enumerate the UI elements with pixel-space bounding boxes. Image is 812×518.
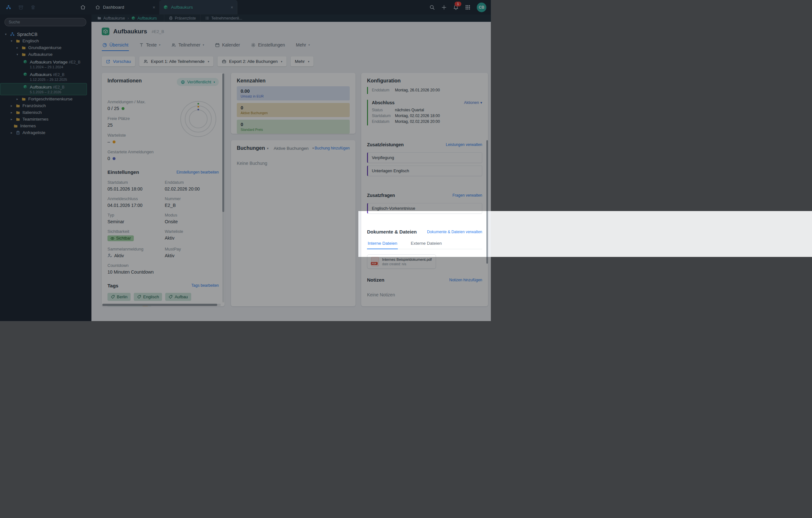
sidebar-item-italienisch[interactable]: ▸ Italienisch — [0, 109, 91, 116]
stat-label: Gestartete Anmeldungen — [108, 149, 173, 154]
chevron-right-icon[interactable]: ▸ — [16, 46, 19, 50]
sidebar-item-anfrageliste[interactable]: ▸ Anfrageliste — [0, 129, 91, 136]
mehr-label: Mehr — [295, 59, 305, 64]
archive-icon[interactable] — [18, 5, 23, 10]
chevron-right-icon[interactable]: ▸ — [10, 104, 13, 108]
notifications-button[interactable]: 1 — [453, 4, 459, 10]
sidebar-item-franzoesisch[interactable]: ▸ Französisch — [0, 102, 91, 109]
tab-aufbaukurs[interactable]: Aufbaukurs × — [160, 0, 237, 14]
sidebar-item-grundlagenkurse[interactable]: ▸ Grundlagenkurse — [0, 44, 91, 51]
sidebar-item-englisch[interactable]: ▾ Englisch — [0, 37, 91, 44]
tab-label: Kalender — [222, 42, 240, 48]
folder-icon — [22, 52, 26, 57]
konfiguration-item-abschluss: Abschluss Aktionen ▾ Statusnächstes Quar… — [367, 100, 482, 125]
caret-down-icon[interactable]: ▾ — [267, 147, 268, 150]
einstellungen-bearbeiten-link[interactable]: Einstellungen bearbeiten — [176, 170, 219, 175]
sidebar-item-aufbaukurse[interactable]: ▾ Aufbaukurse — [0, 51, 91, 58]
konfiguration-scrollbar-thumb[interactable] — [486, 140, 488, 264]
tab-texte[interactable]: Texte ▾ — [139, 41, 161, 51]
leistung-item[interactable]: Unterlagen Englisch — [367, 165, 482, 176]
avatar[interactable]: CB — [477, 3, 486, 12]
vorschau-button[interactable]: Vorschau — [102, 56, 135, 66]
tab-einstellungen[interactable]: Einstellungen — [250, 41, 286, 51]
file-text: Internes Beispieldokument.pdf date creat… — [382, 257, 432, 266]
apps-grid-icon[interactable] — [465, 4, 471, 10]
chevron-right-icon[interactable]: ▸ — [10, 131, 13, 134]
trash-icon[interactable] — [30, 5, 36, 10]
chevron-right-icon[interactable]: ▸ — [10, 117, 13, 121]
status-dropdown[interactable]: Veröffentlicht ▾ — [177, 78, 219, 86]
caret-down-icon[interactable]: ▾ — [4, 32, 8, 36]
scrollbar-thumb[interactable] — [222, 73, 224, 212]
tab-kalender[interactable]: Kalender — [214, 41, 241, 51]
calendar-icon — [215, 43, 220, 48]
scrollbar-thumb[interactable] — [102, 304, 217, 306]
tag-chip[interactable]: Aufbau — [165, 293, 191, 301]
field-label: Sammelanmeldung — [108, 247, 162, 251]
leistungen-verwalten-link[interactable]: Leistungen verwalten — [446, 143, 482, 147]
tab-dashboard[interactable]: Dashboard × — [91, 0, 160, 14]
tab-interne-dateien[interactable]: Interne Dateien — [367, 238, 398, 249]
view-praesenzliste[interactable]: Präsenzliste — [164, 14, 200, 22]
folder-icon — [16, 103, 20, 108]
buchung-hinzufuegen-link[interactable]: Buchung hinzufügen — [315, 146, 350, 150]
export1-button[interactable]: Export 1: Alle Teilnehmende ▾ — [139, 56, 213, 66]
course-text: Aufbaukurs #E2_B 1.12.2025 – 29.12.2025 — [30, 71, 67, 82]
export2-button[interactable]: Export 2: Alle Buchungen ▾ — [218, 56, 287, 66]
breadcrumb-folder[interactable]: Aufbaukurse — [95, 16, 127, 21]
stat-label: Warteliste — [108, 133, 173, 138]
caret-down-icon: ▾ — [480, 100, 482, 105]
sidebar-item-teaminternes[interactable]: ▸ Teaminternes — [0, 116, 91, 123]
sidebar-course-2026-selected[interactable]: Aufbaukurs #E2_B 5.1.2026 – 2.2.2026 — [0, 83, 87, 95]
sidebar-item-fortgeschrittenenkurse[interactable]: ▸ Fortgeschrittenenkurse — [0, 96, 91, 102]
tab-uebersicht[interactable]: Übersicht — [102, 41, 129, 51]
informationen-horizontal-scrollbar[interactable] — [102, 304, 221, 306]
chevron-right-icon[interactable]: ▸ — [16, 97, 19, 101]
caret-down-icon[interactable]: ▾ — [10, 39, 13, 43]
field-label: Enddatum — [165, 180, 219, 185]
breadcrumb-views: Präsenzliste Teilnehmendenli... — [164, 14, 247, 22]
close-icon[interactable]: × — [153, 5, 155, 10]
stat-value: 0 — [108, 156, 110, 161]
sidebar-course-vorlage[interactable]: Aufbaukurs Vorlage #E2_B 1.1.2024 – 29.1… — [0, 58, 87, 70]
search-icon[interactable] — [429, 4, 435, 10]
leistung-item[interactable]: Verpflegung — [367, 152, 482, 163]
file-card[interactable]: PDF Internes Beispieldokument.pdf date c… — [367, 254, 436, 269]
tab-externe-dateien[interactable]: Externe Dateien — [410, 238, 442, 249]
course-cube-icon — [102, 28, 109, 35]
informationen-vertical-scrollbar[interactable] — [222, 73, 224, 302]
buchungen-filter-dropdown[interactable]: Aktive Buchungen ▾ — [274, 146, 314, 151]
chevron-right-icon[interactable]: ▸ — [10, 111, 13, 114]
caret-down-icon: ▾ — [281, 60, 283, 63]
informationen-card: Informationen Veröffentlicht ▾ Anmeldung… — [102, 73, 225, 306]
tab-teilnehmer[interactable]: Teilnehmer ▾ — [171, 41, 205, 51]
export2-label: Export 2: Alle Buchungen — [229, 59, 278, 64]
zusatzfragen-header: Zusatzfragen Fragen verwalten — [367, 193, 482, 198]
field-label: MustPay — [165, 247, 219, 251]
fragen-verwalten-link[interactable]: Fragen verwalten — [452, 193, 482, 197]
tag-chip[interactable]: Englisch — [134, 293, 162, 301]
close-icon[interactable]: × — [231, 5, 233, 10]
sidebar-internes-label: Internes — [20, 123, 36, 128]
frage-item[interactable]: Englisch-Vorkenntnisse — [367, 203, 482, 214]
dokumente-verwalten-link[interactable]: Dokumente & Dateien verwalten — [427, 230, 482, 234]
kpi-standard-preis: 0 Standard Preis — [237, 120, 350, 134]
sidebar-item-internes[interactable]: Internes — [0, 123, 91, 129]
plus-icon[interactable] — [441, 4, 447, 10]
view-teilnehmendenliste[interactable]: Teilnehmendenli... — [200, 14, 247, 22]
notizen-hinzufuegen-link[interactable]: Notizen hinzufügen — [449, 278, 482, 282]
search-input[interactable] — [4, 18, 86, 26]
konfiguration-card: Konfiguration Enddatum Montag, 26.01.202… — [361, 73, 488, 306]
aktionen-dropdown[interactable]: Aktionen ▾ — [464, 100, 482, 105]
breadcrumb-current[interactable]: Aufbaukurs — [129, 16, 159, 21]
tags-bearbeiten-link[interactable]: Tags bearbeiten — [192, 283, 219, 288]
home-icon[interactable] — [80, 4, 86, 10]
tag-chip[interactable]: Berlin — [108, 293, 130, 301]
view-praesenzliste-label: Präsenzliste — [175, 16, 196, 21]
tab-mehr[interactable]: Mehr ▾ — [295, 41, 310, 51]
sidebar-item-root[interactable]: ▾ SprachCB — [0, 31, 91, 37]
sidebar-course-2025[interactable]: Aufbaukurs #E2_B 1.12.2025 – 29.12.2025 — [0, 70, 87, 83]
mehr-button[interactable]: Mehr ▾ — [291, 56, 314, 66]
caret-down-icon[interactable]: ▾ — [16, 53, 19, 56]
sitemap-icon[interactable] — [6, 4, 11, 10]
